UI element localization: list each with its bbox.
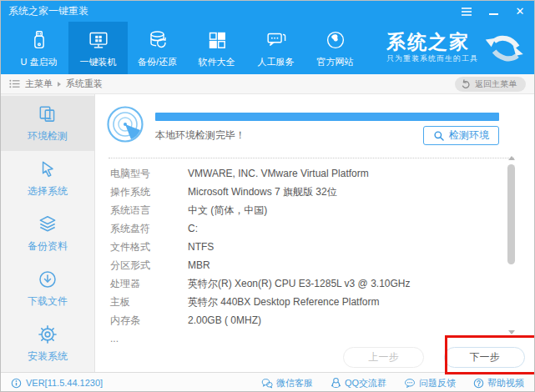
nav-item-backup-restore[interactable]: 备份/还原: [128, 22, 187, 74]
list-icon: [9, 79, 20, 88]
detail-value: 中文 (简体，中国): [188, 204, 267, 218]
detail-row: ...: [106, 329, 521, 348]
qq-group-link[interactable]: QQ交流群: [331, 377, 386, 389]
next-step-button[interactable]: 下一步: [444, 347, 525, 368]
detail-value: MBR: [188, 259, 210, 271]
back-to-menu-label: 返回主菜单: [475, 78, 517, 90]
info-icon: [11, 378, 22, 389]
status-links: 微信客服 QQ交流群 问题反馈: [261, 377, 524, 389]
detail-row: 系统语言 中文 (简体，中国): [106, 201, 521, 219]
window-title: 系统之家一键重装: [8, 4, 88, 18]
detail-value: 2.00GB ( 0MHZ): [188, 314, 261, 326]
apps-grid-icon: [204, 28, 230, 53]
detail-label: 操作系统: [110, 185, 188, 199]
download-circle-icon: [37, 269, 58, 290]
detail-row: 分区形式 MBR: [106, 256, 521, 274]
chat-service-icon: [264, 28, 289, 53]
progress-bar: [155, 113, 499, 121]
detail-value: VMWARE, INC. VMware Virtual Platform: [188, 168, 369, 179]
system-info-list: 电脑型号 VMWARE, INC. VMware Virtual Platfor…: [106, 164, 521, 348]
vertical-scrollbar[interactable]: [507, 156, 517, 334]
sidebar-item-env-detect[interactable]: 环境检测: [1, 96, 94, 151]
detail-value: Microsoft Windows 7 旗舰版 32位: [188, 185, 337, 199]
breadcrumb: 主菜单 系统重装 返回主菜单: [1, 74, 534, 94]
sidebar-item-download-files[interactable]: 下载文件: [1, 261, 94, 316]
help-circle-icon: [473, 378, 484, 389]
usb-drive-icon: [27, 28, 52, 53]
sidebar-item-select-system[interactable]: 选择系统: [1, 151, 94, 206]
detail-row: 电脑型号 VMWARE, INC. VMware Virtual Platfor…: [106, 164, 521, 183]
scrollbar-thumb[interactable]: [507, 164, 515, 264]
detail-value: C:: [188, 223, 198, 234]
divider: [109, 158, 514, 158]
sidebar-item-backup-data[interactable]: 备份资料: [1, 206, 94, 261]
wechat-icon: [261, 378, 273, 389]
detail-row: 主板 英特尔 440BX Desktop Reference Platform: [106, 293, 521, 311]
env-detect-icon: [37, 103, 58, 125]
double-arrow-swoosh-icon: [484, 31, 527, 66]
detail-label: 分区形式: [110, 259, 188, 273]
brand-name: 系统之家: [386, 33, 470, 52]
sidebar: 环境检测 选择系统 备份资料: [1, 94, 95, 372]
detail-row: 文件格式 NTFS: [106, 238, 521, 256]
nav-label: 软件大全: [199, 56, 235, 68]
nav-item-usb-boot[interactable]: U 盘启动: [9, 22, 68, 74]
nav-item-software[interactable]: 软件大全: [187, 22, 246, 74]
sidebar-label: 环境检测: [28, 129, 68, 143]
breadcrumb-root[interactable]: 主菜单: [25, 78, 53, 90]
gear-icon: [37, 324, 58, 345]
status-bar: VER[11.5.44.1230] 微信客服 QQ交流群: [1, 372, 534, 392]
nav-label: 官方网站: [317, 56, 354, 68]
back-to-menu-button[interactable]: 返回主菜单: [455, 77, 526, 92]
qq-icon: [331, 377, 341, 389]
backup-layers-icon: [37, 214, 58, 235]
feedback-link[interactable]: 问题反馈: [404, 377, 456, 389]
detail-label: 电脑型号: [110, 167, 188, 181]
breadcrumb-arrow-icon: [58, 82, 61, 87]
status-link-label: 问题反馈: [419, 377, 456, 389]
detail-label: 系统盘符: [110, 222, 188, 236]
detail-label: ...: [110, 333, 188, 344]
detail-label: 内存条: [110, 314, 188, 328]
detect-env-label: 检测环境: [449, 128, 489, 143]
menu-button[interactable]: [460, 5, 473, 18]
help-video-link[interactable]: 帮助视频: [473, 377, 524, 389]
sidebar-label: 选择系统: [28, 184, 68, 199]
scroll-down-icon[interactable]: [508, 330, 515, 334]
radar-icon: [106, 105, 144, 143]
window-controls: ✕: [460, 5, 527, 18]
nav-label: 人工服务: [258, 56, 295, 68]
feedback-bubble-icon: [404, 378, 416, 389]
scroll-up-icon[interactable]: [508, 156, 515, 160]
nav-label: 备份/还原: [138, 56, 177, 68]
detail-row: 系统盘符 C:: [106, 219, 521, 238]
minimize-icon: [489, 13, 498, 15]
close-icon: ✕: [516, 6, 525, 17]
detail-label: 文件格式: [110, 240, 188, 254]
status-link-label: 微信客服: [276, 377, 313, 389]
detect-env-button[interactable]: 检测环境: [423, 126, 499, 145]
globe-icon: [323, 28, 348, 53]
app-window: 系统之家一键重装 ✕ U 盘启动: [0, 0, 535, 392]
title-bar: 系统之家一键重装 ✕: [1, 1, 534, 22]
sidebar-label: 下载文件: [28, 294, 68, 309]
detail-value: 英特尔(R) Xeon(R) CPU E3-1285L v3 @ 3.10GHz: [188, 277, 411, 291]
brand-tagline: 只为重装系统而生的工具: [386, 53, 478, 64]
nav-item-service[interactable]: 人工服务: [246, 22, 305, 74]
wizard-buttons: 上一步 下一步: [343, 347, 525, 368]
database-restore-icon: [145, 28, 170, 53]
nav-item-one-click-install[interactable]: 一键装机: [68, 22, 128, 74]
nav-item-website[interactable]: 官方网站: [305, 22, 365, 74]
sidebar-label: 安装系统: [28, 349, 68, 364]
detect-section: 本地环境检测完毕！ 检测环境: [106, 105, 521, 145]
monitor-windows-icon: [86, 28, 111, 53]
sidebar-item-install-system[interactable]: 安装系统: [1, 316, 94, 371]
detail-row: 处理器 英特尔(R) Xeon(R) CPU E3-1285L v3 @ 3.1…: [106, 274, 521, 293]
minimize-button[interactable]: [487, 5, 500, 18]
hamburger-icon: [462, 8, 472, 16]
close-button[interactable]: ✕: [513, 5, 527, 18]
wechat-support-link[interactable]: 微信客服: [261, 377, 313, 389]
content-panel: 本地环境检测完毕！ 检测环境 电脑型号 VMWA: [95, 94, 534, 372]
previous-step-button[interactable]: 上一步: [343, 347, 424, 368]
progress-fill: [155, 113, 499, 121]
